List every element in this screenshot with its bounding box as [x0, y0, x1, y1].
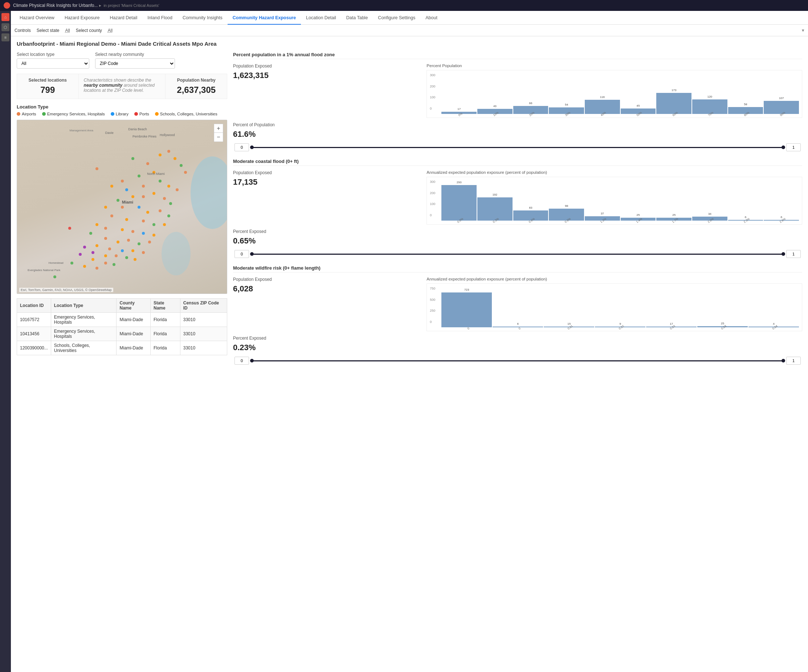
- coastal-slider-min[interactable]: [234, 250, 249, 258]
- flood-pct-pop-label: Percent Population: [426, 63, 802, 68]
- flood-title: Percent population in a 1% annual flood …: [233, 52, 802, 59]
- wildfire-section: Moderate wildfire risk (0+ flame length)…: [233, 265, 802, 365]
- location-type-select[interactable]: All Airports Emergency Services, Hospita…: [17, 58, 89, 68]
- wildfire-slider-max[interactable]: [786, 357, 801, 365]
- tab-about[interactable]: About: [420, 11, 442, 25]
- cell-type: Emergency Services, Hospitals: [51, 327, 117, 341]
- tab-location-detail[interactable]: Location Detail: [301, 11, 341, 25]
- select-county-value[interactable]: All: [108, 28, 112, 33]
- bar-group: 7230: [441, 292, 492, 331]
- tab-configure-settings[interactable]: Configure Settings: [373, 11, 420, 25]
- bar-value-label: 83: [529, 206, 533, 209]
- location-type-section: Location Type Airports Emergency Service…: [17, 104, 227, 116]
- bar-group: 11640%: [585, 100, 620, 118]
- flood-pop-exposed: Population Exposed 1,623,315: [233, 63, 421, 118]
- wildfire-thumb-left[interactable]: [250, 359, 254, 362]
- map-container[interactable]: Davie Dania Beach Pembroke Pines Hollywo…: [17, 120, 227, 294]
- map-dot: [167, 185, 170, 188]
- table-row[interactable]: 10413456 Emergency Services, Hospitals M…: [17, 327, 227, 341]
- bar-group: 4550%: [621, 108, 656, 118]
- sidebar-icon-menu[interactable]: ≡: [2, 33, 10, 42]
- map-dot: [132, 195, 134, 198]
- map-dot: [95, 223, 98, 226]
- zoom-in-button[interactable]: +: [214, 124, 223, 133]
- coastal-slider-max[interactable]: [786, 250, 801, 258]
- bar-x-label: 0.03: [721, 324, 727, 330]
- schools-dot: [155, 112, 159, 116]
- nearby-community-select[interactable]: ZIP Code Census Tract County: [95, 58, 175, 68]
- two-col-layout: Select location type All Airports Emerge…: [17, 52, 802, 372]
- flood-slider-max[interactable]: [786, 143, 801, 151]
- flood-thumb-right[interactable]: [781, 145, 785, 149]
- tab-inland-flood[interactable]: Inland Flood: [142, 11, 177, 25]
- map-dot: [152, 171, 155, 174]
- bar-group: 62.6%: [764, 220, 799, 224]
- col-location-id: Location ID: [17, 298, 51, 313]
- table-row[interactable]: 10167572 Emergency Services, Hospitals M…: [17, 313, 227, 327]
- flood-slider-min[interactable]: [234, 143, 249, 151]
- coastal-pop-label: Population Exposed: [233, 170, 421, 175]
- population-nearby-stat: Population Nearby 2,637,305: [165, 74, 227, 99]
- flood-thumb-left[interactable]: [250, 145, 254, 149]
- tab-hazard-overview[interactable]: Hazard Overview: [15, 11, 60, 25]
- map-dot: [92, 251, 94, 254]
- cell-id: 10413456: [17, 327, 51, 341]
- wildfire-slider-min[interactable]: [234, 357, 249, 365]
- bar-value-label: 37: [601, 212, 604, 215]
- map-dot: [132, 230, 134, 233]
- tab-community-insights[interactable]: Community Insights: [177, 11, 228, 25]
- ports-dot: [134, 112, 138, 116]
- bar-value-label: 17: [457, 107, 461, 111]
- tab-hazard-exposure[interactable]: Hazard Exposure: [60, 11, 105, 25]
- flood-pct-label: Percent of Population: [233, 122, 802, 127]
- map-dot: [142, 251, 145, 254]
- tab-data-table[interactable]: Data Table: [341, 11, 373, 25]
- bar-value-label: 54: [565, 103, 568, 106]
- bar-group: 60: [492, 327, 543, 331]
- bar: 192: [477, 197, 513, 221]
- cell-id: 10167572: [17, 313, 51, 327]
- flood-bar-chart: 300 200 100 0 170%4310%6620%5430%11640%4…: [426, 70, 802, 118]
- library-label: Library: [116, 112, 129, 116]
- map-dot: [152, 192, 155, 195]
- location-type-label: Select location type: [17, 52, 89, 57]
- bar-group: 17360%: [656, 93, 691, 118]
- bar-group: 10790%: [764, 101, 799, 118]
- bar-group: 62.3%: [728, 220, 763, 224]
- bar-value-label: 192: [492, 193, 497, 196]
- coastal-thumb-right[interactable]: [781, 252, 785, 256]
- tab-community-hazard-exposure[interactable]: Community Hazard Exposure: [228, 11, 301, 25]
- bar-group: 980.9%: [549, 208, 584, 224]
- coastal-thumb-left[interactable]: [250, 252, 254, 256]
- emergency-label: Emergency Services, Hospitals: [47, 112, 105, 116]
- map-dot: [121, 249, 124, 252]
- controls-chevron[interactable]: ▾: [802, 28, 805, 33]
- map-dot: [174, 157, 176, 160]
- stats-row: Selected locations 799 Characteristics s…: [17, 73, 227, 99]
- bar-group: 5880%: [728, 107, 763, 118]
- flood-y-axis: 300 200 100 0: [430, 73, 435, 110]
- wildfire-chart: Annualized expected population exposure …: [426, 277, 802, 331]
- bar-group: 1920.3%: [477, 197, 513, 224]
- bar-x-label: 2.6%: [779, 217, 786, 224]
- wildfire-thumb-right[interactable]: [781, 359, 785, 362]
- map-dot: [121, 180, 124, 182]
- coastal-slider-row: [233, 250, 802, 258]
- select-state-value[interactable]: All: [65, 28, 70, 33]
- selected-locations-stat: Selected locations 799: [17, 74, 78, 99]
- map-dot: [184, 171, 187, 174]
- sidebar-icon-home[interactable]: ⌂: [2, 13, 10, 21]
- controls-bar: Controls Select state All Select county …: [11, 25, 808, 36]
- app-subtitle: in project 'Miami Critical Assets': [104, 3, 159, 8]
- col-location-type: Location Type: [51, 298, 117, 313]
- note-text: Characteristics shown describe the: [84, 78, 151, 83]
- map-dot: [95, 244, 98, 247]
- flood-pct-value: 61.6%: [233, 130, 802, 139]
- coastal-bar-chart: 300 200 100 0 2930.0%1920.3%830.6%980.9%…: [426, 177, 802, 225]
- zoom-out-button[interactable]: −: [214, 133, 223, 142]
- sidebar-icon-layers[interactable]: ⬡: [2, 23, 10, 31]
- table-row[interactable]: 1200390000... Schools, Colleges, Univers…: [17, 341, 227, 355]
- tab-hazard-detail[interactable]: Hazard Detail: [105, 11, 142, 25]
- bar-value-label: 43: [493, 105, 497, 108]
- left-column: Select location type All Airports Emerge…: [17, 52, 227, 372]
